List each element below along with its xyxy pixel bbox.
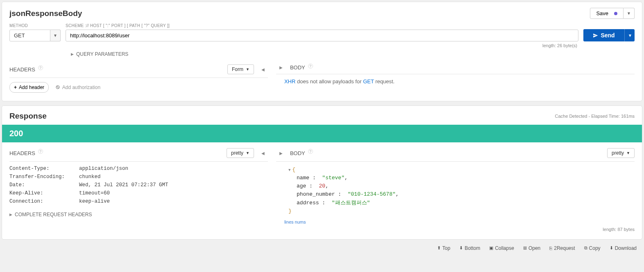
help-icon[interactable]: ? [38, 65, 43, 70]
expand-right-icon[interactable]: ▶ [276, 65, 286, 70]
response-title: Response [9, 112, 47, 121]
collapse-toggle-icon[interactable]: ▼ [288, 168, 290, 172]
save-button-group: Save ▼ [590, 8, 635, 19]
collapse-left-icon[interactable]: ◀ [258, 151, 268, 155]
collapse-left-icon[interactable]: ◀ [258, 67, 268, 72]
response-body-title: BODY ? [290, 150, 313, 156]
add-authorization-link[interactable]: 🛇 Add authorization [55, 85, 100, 90]
copy-button[interactable]: ⧉Copy [584, 245, 601, 251]
arrow-down-icon: ⬇ [459, 245, 463, 251]
send-icon [593, 33, 598, 38]
method-select[interactable]: GET [9, 30, 50, 41]
header-row: Transfer-Encoding:chunked [9, 174, 268, 180]
complete-request-headers-toggle[interactable]: ▶ COMPLETE REQUEST HEADERS [9, 212, 268, 217]
url-input[interactable] [66, 30, 578, 41]
response-headers-table: Content-Type:application/json Transfer-E… [9, 166, 268, 204]
request-body-title: BODY ? [290, 64, 313, 71]
plus-icon: + [14, 85, 17, 90]
body-length-text: length: 87 bytes [603, 227, 635, 232]
request-title: jsonResponseBody [9, 9, 82, 18]
help-icon[interactable]: ? [308, 64, 313, 69]
footer-toolbar: ⬆Top ⬇Bottom ▣Collapse ⊞Open ⎘2Request ⧉… [0, 241, 644, 255]
url-length-text: length: 26 byte(s) [542, 43, 577, 48]
chevron-right-icon: ▶ [71, 52, 74, 56]
open-button[interactable]: ⊞Open [523, 245, 540, 251]
header-row: Connection:keep-alive [9, 199, 268, 204]
key-icon: 🛇 [55, 85, 60, 90]
save-dropdown[interactable]: ▼ [624, 8, 635, 19]
url-label: SCHEME :// HOST [ ":" PORT ] [ PATH [ "?… [66, 23, 578, 28]
collapse-button[interactable]: ▣Collapse [489, 245, 514, 251]
response-headers-title: HEADERS ? [9, 150, 43, 156]
header-row: Content-Type:application/json [9, 166, 268, 171]
response-panel: Response Cache Detected - Elapsed Time: … [2, 105, 642, 240]
top-button[interactable]: ⬆Top [437, 245, 450, 251]
help-icon[interactable]: ? [308, 149, 313, 154]
method-label: METHOD [9, 23, 61, 28]
help-icon[interactable]: ? [38, 149, 43, 154]
send-dropdown[interactable]: ▼ [624, 29, 635, 41]
headers-view-dropdown[interactable]: Form▼ [227, 64, 254, 74]
request-panel: jsonResponseBody Save ▼ METHOD GET ▼ SCH… [2, 2, 642, 101]
response-meta: Cache Detected - Elapsed Time: 161ms [555, 114, 635, 119]
add-header-button[interactable]: + Add header [9, 82, 49, 93]
response-headers-view-dropdown[interactable]: pretty▼ [227, 148, 254, 158]
copy-icon: ⧉ [584, 245, 587, 251]
response-json-viewer: ▼{ name : "steve", age : 20, phone_numbe… [276, 166, 635, 215]
bottom-button[interactable]: ⬇Bottom [459, 245, 480, 251]
method-dropdown-icon[interactable]: ▼ [50, 30, 61, 41]
request-headers-title: HEADERS ? [9, 66, 43, 73]
chevron-right-icon: ▶ [9, 213, 12, 217]
expand-right-icon[interactable]: ▶ [276, 151, 286, 155]
query-parameters-toggle[interactable]: ▶ QUERY PARAMETERS [71, 51, 635, 57]
arrow-up-icon: ⬆ [437, 245, 441, 251]
to-request-button[interactable]: ⎘2Request [549, 245, 575, 251]
body-disabled-message: XHR does not allow payloads for GET requ… [276, 78, 635, 85]
collapse-icon: ▣ [489, 245, 493, 251]
header-row: Date:Wed, 21 Jul 2021 07:22:37 GMT [9, 182, 268, 188]
save-button[interactable]: Save [590, 8, 624, 19]
lines-nums-link[interactable]: lines nums [276, 219, 635, 224]
download-icon: ⬇ [610, 245, 613, 251]
status-code: 200 [2, 125, 642, 142]
download-button[interactable]: ⬇Download [610, 245, 637, 251]
unsaved-indicator-icon [614, 12, 617, 15]
copy-to-request-icon: ⎘ [549, 246, 552, 251]
open-icon: ⊞ [523, 245, 527, 251]
header-row: Keep-Alive:timeout=60 [9, 190, 268, 196]
send-button[interactable]: Send [583, 29, 624, 41]
response-body-view-dropdown[interactable]: pretty▼ [607, 148, 635, 158]
